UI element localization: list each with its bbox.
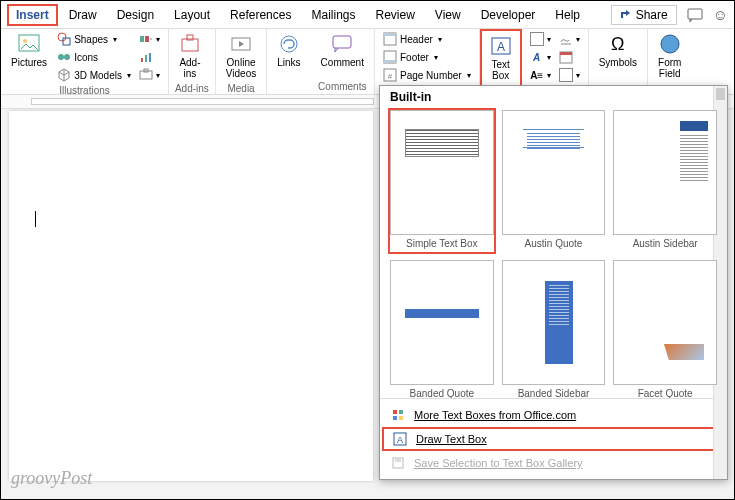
drop-cap-button[interactable]: A≡▾ bbox=[528, 67, 553, 83]
tab-mailings[interactable]: Mailings bbox=[302, 4, 364, 26]
header-icon bbox=[383, 32, 397, 46]
svg-rect-38 bbox=[395, 458, 401, 462]
gallery-item-austin-quote[interactable]: Austin Quote bbox=[500, 108, 608, 254]
tab-references[interactable]: References bbox=[221, 4, 300, 26]
object-icon bbox=[559, 68, 573, 82]
icons-button[interactable]: Icons bbox=[55, 49, 133, 65]
shapes-button[interactable]: Shapes▾ bbox=[55, 31, 133, 47]
tab-help[interactable]: Help bbox=[546, 4, 589, 26]
svg-rect-22 bbox=[384, 60, 396, 63]
quick-parts-button[interactable]: ▾ bbox=[528, 31, 553, 47]
more-text-boxes-button[interactable]: More Text Boxes from Office.com › bbox=[380, 403, 727, 427]
svg-rect-4 bbox=[63, 38, 70, 45]
svg-point-3 bbox=[58, 33, 66, 41]
group-comments: Comment Comments bbox=[311, 29, 375, 94]
svg-rect-33 bbox=[393, 416, 397, 420]
svg-text:#: # bbox=[388, 72, 393, 81]
omega-icon: Ω bbox=[607, 33, 629, 55]
gallery-item-simple-text-box[interactable]: Simple Text Box bbox=[388, 108, 496, 254]
video-icon bbox=[230, 33, 252, 55]
screenshot-button[interactable]: ▾ bbox=[137, 67, 162, 83]
date-time-button[interactable] bbox=[557, 49, 582, 65]
save-selection-button: Save Selection to Text Box Gallery bbox=[380, 451, 727, 475]
comments-pane-icon[interactable] bbox=[687, 8, 703, 22]
footer-button[interactable]: Footer▾ bbox=[381, 49, 473, 65]
chart-icon bbox=[139, 50, 153, 64]
tab-review[interactable]: Review bbox=[366, 4, 423, 26]
link-icon bbox=[278, 33, 300, 55]
group-media: Online Videos Media bbox=[216, 29, 267, 94]
pictures-button[interactable]: Pictures bbox=[7, 31, 51, 70]
pagenum-icon: # bbox=[383, 68, 397, 82]
group-illustrations: Pictures Shapes▾ Icons 3D Models▾ ▾ ▾ Il… bbox=[1, 29, 169, 94]
svg-rect-31 bbox=[393, 410, 397, 414]
svg-rect-10 bbox=[145, 55, 147, 62]
addins-button[interactable]: Add- ins bbox=[175, 31, 205, 81]
smartart-icon bbox=[139, 32, 153, 46]
gallery-item-banded-quote[interactable]: Banded Quote bbox=[388, 258, 496, 398]
draw-textbox-icon: A bbox=[392, 431, 408, 447]
signature-button[interactable]: ▾ bbox=[557, 31, 582, 47]
chart-button[interactable] bbox=[137, 49, 162, 65]
svg-rect-7 bbox=[140, 36, 144, 42]
gallery-item-banded-sidebar[interactable]: Banded Sidebar bbox=[500, 258, 608, 398]
watermark: groovyPost bbox=[11, 468, 92, 489]
signature-icon bbox=[559, 32, 573, 46]
online-videos-button[interactable]: Online Videos bbox=[222, 31, 260, 81]
group-links: Links bbox=[267, 29, 310, 94]
text-box-button[interactable]: A Text Box bbox=[486, 33, 516, 83]
comment-button[interactable]: Comment bbox=[317, 31, 368, 70]
3d-models-button[interactable]: 3D Models▾ bbox=[55, 67, 133, 83]
svg-text:A: A bbox=[397, 435, 403, 445]
tab-strip: Insert Draw Design Layout References Mai… bbox=[1, 1, 734, 29]
page-number-button[interactable]: #Page Number▾ bbox=[381, 67, 473, 83]
svg-rect-14 bbox=[182, 39, 198, 51]
pictures-icon bbox=[18, 33, 40, 55]
smartart-button[interactable]: ▾ bbox=[137, 31, 162, 47]
page[interactable] bbox=[9, 111, 373, 481]
svg-rect-28 bbox=[560, 52, 572, 55]
tab-view[interactable]: View bbox=[426, 4, 470, 26]
object-button[interactable]: ▾ bbox=[557, 67, 582, 83]
tab-design[interactable]: Design bbox=[108, 4, 163, 26]
gallery-item-facet-quote[interactable]: Facet Quote bbox=[611, 258, 719, 398]
text-box-gallery: Built-in Simple Text Box Austin Quote Au… bbox=[379, 85, 728, 480]
shapes-icon bbox=[57, 32, 71, 46]
svg-rect-9 bbox=[141, 58, 143, 62]
group-addins: Add- ins Add-ins bbox=[169, 29, 216, 94]
share-button[interactable]: Share bbox=[611, 5, 677, 25]
svg-point-6 bbox=[64, 54, 70, 60]
feedback-icon[interactable]: ☺ bbox=[713, 6, 728, 23]
share-label: Share bbox=[636, 8, 668, 22]
save-icon bbox=[390, 455, 406, 471]
wordart-button[interactable]: A▾ bbox=[528, 49, 553, 65]
links-button[interactable]: Links bbox=[273, 31, 304, 70]
svg-rect-8 bbox=[145, 36, 149, 42]
form-field-icon bbox=[659, 33, 681, 55]
tab-developer[interactable]: Developer bbox=[472, 4, 545, 26]
wordart-icon: A bbox=[530, 50, 544, 64]
draw-text-box-button[interactable]: A Draw Text Box bbox=[382, 427, 725, 451]
footer-icon bbox=[383, 50, 397, 64]
symbols-button[interactable]: Ω Symbols bbox=[595, 31, 641, 70]
office-icon bbox=[390, 407, 406, 423]
form-field-button[interactable]: Form Field bbox=[654, 31, 685, 81]
cube-icon bbox=[57, 68, 71, 82]
screenshot-icon bbox=[139, 68, 153, 82]
svg-point-5 bbox=[58, 54, 64, 60]
gallery-item-austin-sidebar[interactable]: Austin Sidebar bbox=[611, 108, 719, 254]
svg-rect-20 bbox=[384, 33, 396, 36]
svg-text:A: A bbox=[497, 40, 505, 54]
gallery-heading: Built-in bbox=[380, 86, 727, 108]
svg-rect-0 bbox=[688, 9, 702, 19]
tab-draw[interactable]: Draw bbox=[60, 4, 106, 26]
dropcap-icon: A≡ bbox=[530, 68, 544, 82]
tab-insert[interactable]: Insert bbox=[7, 4, 58, 26]
svg-rect-34 bbox=[399, 416, 403, 420]
pictures-label: Pictures bbox=[11, 57, 47, 68]
text-box-icon: A bbox=[490, 35, 512, 57]
tab-layout[interactable]: Layout bbox=[165, 4, 219, 26]
header-button[interactable]: Header▾ bbox=[381, 31, 473, 47]
svg-point-2 bbox=[23, 39, 27, 43]
quickparts-icon bbox=[530, 32, 544, 46]
